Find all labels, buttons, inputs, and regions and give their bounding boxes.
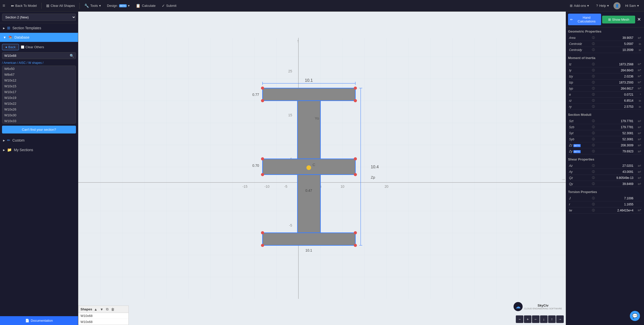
- shapes-panel-item[interactable]: W10x68: [78, 319, 128, 325]
- prop-info-icon[interactable]: ⓘ: [591, 163, 596, 169]
- shear-props-table: Azⓘ27.0201in²Ayⓘ43.0091in²Qzⓘ9.80549e-13…: [568, 163, 642, 187]
- prop-name: Ay: [568, 169, 591, 175]
- prop-name: Az: [568, 163, 591, 169]
- prop-info-icon[interactable]: ⓘ: [591, 86, 596, 92]
- divider: [41, 3, 42, 9]
- prop-info-icon[interactable]: ⓘ: [591, 175, 596, 181]
- sidebar-item-section-templates[interactable]: ▶ ⊞ Section Templates: [0, 23, 78, 33]
- addons-button[interactable]: ⊞ Add-ons ▾: [567, 3, 592, 9]
- prop-info-icon[interactable]: ⓘ: [591, 92, 596, 98]
- shapes-delete-button[interactable]: 🗑: [110, 307, 115, 311]
- sidebar-item-database[interactable]: ▼ 📚 Database: [0, 33, 78, 42]
- prop-value: 1.1655: [596, 201, 634, 207]
- my-sections-arrow: ▶: [3, 149, 5, 151]
- property-row: Iypⓘ264.6617in⁴: [568, 86, 642, 92]
- avatar[interactable]: 👤: [613, 2, 621, 9]
- shape-list-item[interactable]: W10x12: [2, 77, 76, 83]
- prop-name: α: [568, 92, 591, 98]
- prop-value: 79.6923: [596, 148, 634, 154]
- zoom-in-button[interactable]: +: [524, 315, 531, 323]
- hand-calculations-button[interactable]: ✏ Hand Calculations: [568, 14, 601, 25]
- prop-info-icon[interactable]: ⓘ: [591, 67, 596, 73]
- user-button[interactable]: Hi Sam ▾: [623, 3, 641, 9]
- chat-button[interactable]: 💬: [630, 311, 640, 321]
- prop-info-icon[interactable]: ⓘ: [591, 41, 596, 47]
- prop-info-icon[interactable]: ⓘ: [591, 104, 596, 110]
- shapes-panel-item[interactable]: W10x68: [78, 313, 128, 319]
- documentation-button[interactable]: 📄 Documentation: [0, 316, 78, 325]
- prop-info-icon[interactable]: ⓘ: [591, 142, 596, 148]
- search-input[interactable]: [2, 52, 76, 59]
- prop-info-icon[interactable]: ⓘ: [591, 201, 596, 207]
- clear-others-checkbox[interactable]: [21, 45, 24, 49]
- pan-up-button[interactable]: ↑: [548, 315, 556, 323]
- prop-info-icon[interactable]: ⓘ: [591, 130, 596, 136]
- shape-list-item[interactable]: W10x33: [2, 118, 76, 124]
- pan-down-button[interactable]: ↓: [540, 315, 548, 323]
- cant-find-button[interactable]: Can't find your section?: [2, 126, 76, 133]
- property-row: Centroidyⓘ10.3599in: [568, 47, 642, 53]
- prop-info-icon[interactable]: ⓘ: [591, 61, 596, 67]
- section-select[interactable]: Section 2 (New): [2, 14, 76, 21]
- prop-info-icon[interactable]: ⓘ: [591, 181, 596, 187]
- shape-list-item[interactable]: W10x17: [2, 89, 76, 95]
- prop-unit: in³: [634, 130, 642, 136]
- section-templates-arrow: ▶: [3, 27, 5, 30]
- design-badge: BETA: [119, 4, 127, 7]
- prop-info-icon[interactable]: ⓘ: [591, 195, 596, 201]
- help-button[interactable]: ? Help ▾: [594, 3, 611, 9]
- shapes-panel: Shapes ▲ ▼ ⧉ 🗑 W10x68W10x68: [78, 306, 129, 325]
- prop-info-icon[interactable]: ⓘ: [591, 124, 596, 130]
- prop-value: 43.0091: [596, 169, 634, 175]
- pan-right-button[interactable]: →: [556, 315, 564, 323]
- prop-value: 9.80549e-13: [596, 175, 634, 181]
- prop-info-icon[interactable]: ⓘ: [591, 136, 596, 142]
- clear-others-label[interactable]: Clear Others: [21, 45, 44, 49]
- close-button[interactable]: ✕: [636, 16, 642, 23]
- close-icon: ✕: [637, 17, 641, 22]
- prop-name: J: [568, 195, 591, 201]
- tools-button[interactable]: 🔧 Tools ▾: [82, 3, 103, 9]
- menu-icon[interactable]: ≡: [3, 3, 5, 8]
- pan-left-button[interactable]: ←: [532, 315, 540, 323]
- submit-button[interactable]: ✓ Submit: [159, 3, 179, 9]
- svg-text:-10: -10: [264, 185, 270, 188]
- prop-info-icon[interactable]: ⓘ: [591, 207, 596, 213]
- shape-list-item[interactable]: W6x50: [2, 66, 76, 72]
- help-icon: ?: [596, 4, 598, 8]
- shape-list-item[interactable]: W8x67: [2, 72, 76, 77]
- calculate-button[interactable]: 📋 Calculate: [133, 3, 158, 9]
- sidebar-item-my-sections[interactable]: ▶ 📁 My Sections: [0, 145, 78, 155]
- clear-all-shapes-button[interactable]: ⊠ Clear All Shapes: [44, 3, 77, 9]
- back-icon: ⬅: [11, 4, 14, 8]
- shapes-list: W10x68W10x68: [78, 313, 128, 325]
- prop-info-icon[interactable]: ⓘ: [591, 35, 596, 41]
- prop-info-icon[interactable]: ⓘ: [591, 47, 596, 53]
- shape-list-item[interactable]: W10x30: [2, 112, 76, 118]
- prop-value: 10.3599: [596, 47, 634, 53]
- prop-info-icon[interactable]: ⓘ: [591, 169, 596, 175]
- sidebar-item-custom[interactable]: ▶ ✏ Custom: [0, 136, 78, 145]
- property-row: Izyⓘ2.0236in⁴: [568, 73, 642, 79]
- design-button[interactable]: Design BETA ▾: [104, 3, 132, 9]
- prop-info-icon[interactable]: ⓘ: [591, 148, 596, 154]
- prop-info-icon[interactable]: ⓘ: [591, 73, 596, 79]
- back-to-model-button[interactable]: ⬅ Back To Model: [8, 3, 39, 9]
- section-templates-icon: ⊞: [7, 26, 10, 30]
- prop-info-icon[interactable]: ⓘ: [591, 79, 596, 86]
- shape-list-item[interactable]: W10x15: [2, 83, 76, 89]
- shape-list-item[interactable]: W10x22: [2, 101, 76, 106]
- shape-list-item[interactable]: W10x19: [2, 95, 76, 101]
- shapes-copy-button[interactable]: ⧉: [105, 307, 109, 311]
- shapes-down-button[interactable]: ▼: [99, 307, 104, 311]
- property-row: Azⓘ27.0201in²: [568, 163, 642, 169]
- prop-info-icon[interactable]: ⓘ: [591, 98, 596, 104]
- back-button[interactable]: ● Back: [2, 44, 19, 50]
- zoom-out-button[interactable]: −: [516, 315, 523, 323]
- shape-list-item[interactable]: W10x26: [2, 106, 76, 112]
- main-layout: Section 2 (New) ▶ ⊞ Section Templates ▼ …: [0, 12, 644, 325]
- database-label: Database: [14, 35, 30, 39]
- prop-info-icon[interactable]: ⓘ: [591, 118, 596, 124]
- show-mesh-button[interactable]: ⊞ Show Mesh: [602, 16, 635, 23]
- shapes-up-button[interactable]: ▲: [93, 307, 98, 311]
